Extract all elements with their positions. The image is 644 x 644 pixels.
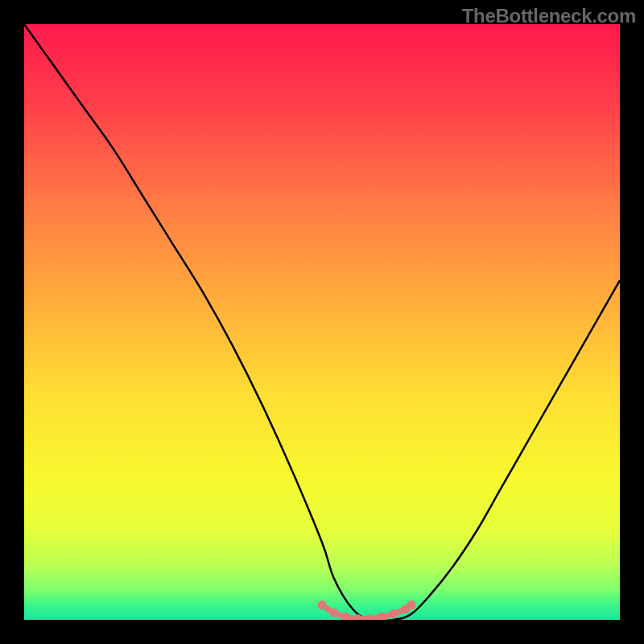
bottleneck-curve bbox=[24, 24, 620, 620]
trough-dot bbox=[329, 609, 338, 617]
plot-area bbox=[24, 24, 620, 620]
attribution-watermark: TheBottleneck.com bbox=[462, 5, 636, 27]
trough-dot bbox=[389, 609, 398, 618]
trough-dot bbox=[318, 601, 327, 609]
trough-dot bbox=[365, 614, 374, 620]
chart-curve-layer bbox=[24, 24, 620, 620]
trough-dot bbox=[407, 601, 416, 609]
chart-frame: TheBottleneck.com bbox=[0, 0, 644, 644]
